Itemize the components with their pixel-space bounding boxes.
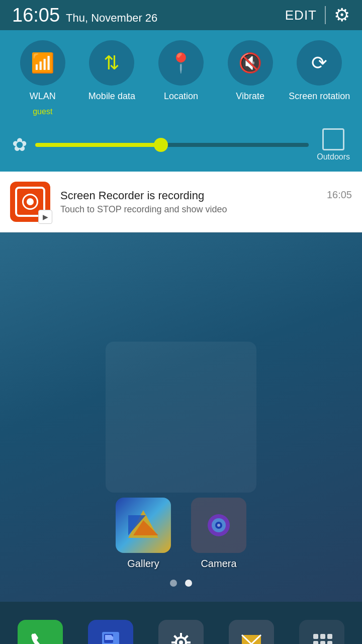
- svg-rect-21: [242, 635, 261, 644]
- notification-badge-icon: ▶: [38, 210, 52, 224]
- page-dots: [170, 580, 192, 587]
- brightness-slider[interactable]: [35, 143, 309, 147]
- location-icon: 📍: [169, 52, 193, 74]
- status-bar: 16:05 Thu, November 26 EDIT ⚙: [0, 0, 362, 30]
- brightness-row: ✿ Outdoors: [8, 126, 354, 164]
- vibrate-label: Vibrate: [236, 91, 264, 102]
- mobile-data-label: Mobile data: [88, 91, 135, 102]
- location-label: Location: [164, 91, 198, 102]
- svg-line-19: [185, 636, 188, 639]
- svg-rect-26: [313, 641, 318, 644]
- toggle-wlan[interactable]: 📶 WLAN guest: [8, 40, 77, 116]
- notification-content: Screen Recorder is recording 16:05 Touch…: [60, 189, 352, 215]
- divider: [325, 6, 326, 24]
- wlan-label: WLAN: [30, 91, 56, 102]
- svg-rect-28: [327, 641, 332, 644]
- wlan-sublabel: guest: [33, 107, 52, 116]
- gallery-app-icon: [116, 498, 171, 553]
- dock-settings[interactable]: Settings: [146, 620, 216, 644]
- svg-rect-23: [313, 634, 318, 639]
- wifi-icon: 📶: [31, 52, 54, 74]
- toggle-mobile-data[interactable]: ⇅ Mobile data: [77, 40, 147, 116]
- svg-rect-24: [320, 634, 325, 639]
- phone-app-icon: [18, 620, 63, 644]
- outdoors-label: Outdoors: [317, 152, 350, 162]
- camera-app-item[interactable]: Camera: [191, 498, 246, 570]
- notification-body: Touch to STOP recording and show video: [60, 204, 352, 215]
- outdoors-icon: [322, 128, 344, 150]
- homescreen: Gallery Camera: [0, 232, 362, 602]
- apps-app-icon: [299, 620, 344, 644]
- page-dot-1[interactable]: [170, 580, 177, 587]
- toggle-row: 📶 WLAN guest ⇅ Mobile data 📍 Location 🔇 …: [8, 40, 354, 116]
- backup-app-icon: [88, 620, 133, 644]
- screen-rotation-icon: ⟳: [311, 52, 327, 74]
- svg-point-12: [179, 640, 183, 644]
- dock-phone[interactable]: Phone: [5, 620, 75, 644]
- dock-messages[interactable]: Messages: [216, 620, 287, 644]
- screen-rotation-toggle-circle[interactable]: ⟳: [297, 40, 342, 86]
- status-date: Thu, November 26: [66, 12, 157, 25]
- toggle-screen-rotation[interactable]: ⟳ Screen rotation: [285, 40, 354, 116]
- toggle-location[interactable]: 📍 Location: [146, 40, 216, 116]
- brightness-fill: [35, 143, 161, 147]
- record-circle-icon: [22, 194, 38, 210]
- quick-settings-panel: 📶 WLAN guest ⇅ Mobile data 📍 Location 🔇 …: [0, 30, 362, 172]
- dock: Phone Backup a...: [0, 602, 362, 644]
- vibrate-toggle-circle[interactable]: 🔇: [228, 40, 273, 86]
- gallery-app-item[interactable]: Gallery: [116, 498, 171, 570]
- record-dot: [27, 198, 34, 205]
- outdoors-button[interactable]: Outdoors: [317, 128, 350, 162]
- wlan-toggle-circle[interactable]: 📶: [20, 40, 65, 86]
- camera-app-label: Camera: [201, 558, 236, 570]
- mobile-data-toggle-circle[interactable]: ⇅: [89, 40, 134, 86]
- mobile-data-icon: ⇅: [104, 52, 120, 74]
- camera-app-icon: [191, 498, 246, 553]
- brightness-thumb[interactable]: [154, 138, 168, 152]
- vibrate-icon: 🔇: [238, 52, 262, 74]
- page-dot-2[interactable]: [185, 580, 192, 587]
- app-grid: Gallery Camera: [116, 498, 246, 570]
- svg-line-17: [174, 636, 177, 639]
- svg-point-6: [217, 524, 220, 527]
- status-time: 16:05: [12, 5, 60, 26]
- gallery-app-label: Gallery: [127, 558, 159, 570]
- location-toggle-circle[interactable]: 📍: [158, 40, 204, 86]
- svg-rect-27: [320, 641, 325, 644]
- settings-gear-icon[interactable]: ⚙: [334, 5, 350, 26]
- notification-card[interactable]: ▶ Screen Recorder is recording 16:05 Tou…: [0, 172, 362, 232]
- brightness-icon: ✿: [12, 134, 27, 155]
- notification-time: 16:05: [327, 189, 352, 201]
- settings-app-icon: [158, 620, 204, 644]
- screen-recorder-app-icon: ▶: [10, 182, 50, 222]
- dock-apps[interactable]: Apps: [287, 620, 357, 644]
- screen-rotation-label: Screen rotation: [289, 91, 350, 102]
- notification-title: Screen Recorder is recording: [60, 189, 204, 202]
- messages-app-icon: [229, 620, 274, 644]
- edit-button[interactable]: EDIT: [285, 8, 317, 23]
- dock-backup[interactable]: Backup a...: [75, 620, 146, 644]
- svg-rect-25: [327, 634, 332, 639]
- toggle-vibrate[interactable]: 🔇 Vibrate: [216, 40, 285, 116]
